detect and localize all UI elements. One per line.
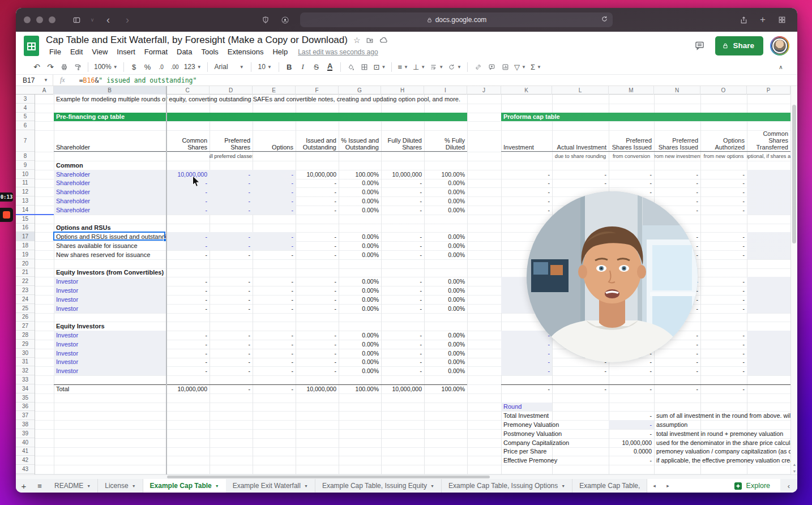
cell-B16[interactable]: Options and RSUs [54, 224, 166, 233]
row-header-37[interactable]: 37 [16, 411, 35, 420]
zoom-select[interactable]: 100%▼ [92, 61, 119, 73]
cell-G7[interactable]: % Issued andOutstanding [339, 130, 381, 152]
cell-F14[interactable]: - [296, 206, 339, 215]
cell-G18[interactable]: 0.00% [339, 241, 381, 250]
cell-K31[interactable]: - [501, 358, 552, 367]
cell-K39[interactable]: Postmoney Valuation [501, 429, 609, 438]
cell-H14[interactable]: - [381, 206, 424, 215]
cell-M38[interactable]: - [609, 420, 654, 429]
cell-N10[interactable]: - [654, 170, 700, 179]
cell-E19[interactable]: - [253, 250, 296, 259]
column-header-G[interactable]: G [339, 86, 381, 95]
cell-O29[interactable]: - [700, 340, 747, 349]
row-header-13[interactable]: 13 [16, 196, 35, 206]
cell-D34[interactable]: - [210, 384, 253, 393]
cell-G31[interactable]: 0.00% [339, 358, 381, 367]
row-header-21[interactable]: 21 [16, 268, 35, 277]
cell-B17[interactable]: Options and RSUs issued and outstanding [54, 232, 166, 241]
cell-N31[interactable]: - [654, 358, 700, 367]
sheet-tab-3[interactable]: Example Exit Waterfall▼ [226, 479, 315, 493]
cell-F23[interactable]: - [296, 286, 339, 295]
row-header-25[interactable]: 25 [16, 304, 35, 313]
sheet-tab-2[interactable]: Example Cap Table▼ [143, 479, 226, 493]
print-button[interactable] [58, 61, 70, 73]
cell-C25[interactable]: - [166, 304, 210, 313]
cell-G11[interactable]: 0.00% [339, 179, 381, 188]
share-upload-icon[interactable] [736, 13, 751, 27]
cell-M34[interactable]: - [609, 384, 654, 393]
column-header-A[interactable]: A [35, 86, 54, 95]
cell-O23[interactable]: - [700, 286, 747, 295]
frozen-column-divider[interactable] [166, 86, 167, 474]
increase-decimals-button[interactable]: .00 [169, 61, 181, 73]
cell-B32[interactable]: Investor [54, 366, 166, 375]
cell-E23[interactable]: - [253, 286, 296, 295]
cell-B25[interactable]: Investor [54, 304, 166, 313]
row-header-43[interactable]: 43 [16, 465, 35, 474]
last-edit-link[interactable]: Last edit was seconds ago [298, 48, 378, 56]
cell-F12[interactable]: - [296, 187, 339, 196]
cell-O8[interactable]: from new options [700, 152, 747, 161]
row-header-6[interactable]: 6 [16, 121, 35, 130]
cell-I28[interactable]: 0.00% [424, 331, 467, 340]
cell-H24[interactable]: - [381, 295, 424, 304]
column-header-F[interactable]: F [296, 86, 339, 95]
cell-K42[interactable]: Effective Premoney [501, 456, 609, 465]
cell-F18[interactable]: - [296, 241, 339, 250]
cell-H19[interactable]: - [381, 250, 424, 259]
cell-K10[interactable]: - [501, 170, 552, 179]
add-sheet-button[interactable]: + [16, 479, 32, 493]
italic-button[interactable]: I [297, 61, 309, 73]
column-header-E[interactable]: E [253, 86, 296, 95]
cell-K38[interactable]: Premoney Valuation [501, 420, 609, 429]
cell-G19[interactable]: 0.00% [339, 250, 381, 259]
sheet-tab-6[interactable]: Example Cap Table, [572, 479, 647, 493]
cell-E17[interactable]: - [253, 232, 296, 241]
cell-D13[interactable]: - [210, 196, 253, 206]
new-tab-icon[interactable]: + [755, 13, 770, 27]
cell-N32[interactable]: - [654, 366, 700, 375]
cell-M42[interactable]: - [609, 456, 654, 465]
cell-D28[interactable]: - [210, 331, 253, 340]
vertical-scrollbar-thumb[interactable] [792, 105, 796, 243]
cell-G24[interactable]: 0.00% [339, 295, 381, 304]
cell-B7[interactable]: Shareholder [54, 130, 166, 152]
row-header-24[interactable]: 24 [16, 295, 35, 304]
row-header-17[interactable]: 17 [16, 232, 35, 241]
menu-edit[interactable]: Edit [67, 47, 86, 57]
cell-F31[interactable]: - [296, 358, 339, 367]
cell-K34[interactable]: - [501, 384, 552, 393]
cell-C12[interactable]: - [166, 187, 210, 196]
cell-D12[interactable]: - [210, 187, 253, 196]
cell-L32[interactable]: - [552, 366, 609, 375]
cell-C14[interactable]: - [166, 206, 210, 215]
cell-I11[interactable]: 0.00% [424, 179, 467, 188]
cell-F7[interactable]: Issued andOutstanding [296, 130, 339, 152]
column-header-L[interactable]: L [552, 86, 609, 95]
cell-O32[interactable]: - [700, 366, 747, 375]
cell-D25[interactable]: - [210, 304, 253, 313]
cell-O7[interactable]: OptionsAuthorized [700, 130, 747, 152]
cell-I25[interactable]: 0.00% [424, 304, 467, 313]
cell-K28[interactable]: - [501, 331, 552, 340]
cell-D11[interactable]: - [210, 179, 253, 188]
horizontal-scrollbar-thumb[interactable] [167, 476, 490, 478]
cell-H17[interactable]: - [381, 232, 424, 241]
cell-E10[interactable]: - [253, 170, 296, 179]
minimize-window-button[interactable] [36, 16, 43, 23]
cell-H22[interactable]: - [381, 277, 424, 286]
row-header-36[interactable]: 36 [16, 403, 35, 412]
cell-H32[interactable]: - [381, 366, 424, 375]
cell-I31[interactable]: 0.00% [424, 358, 467, 367]
cell-M41[interactable]: 0.0000 [609, 447, 654, 456]
merge-cells-button[interactable]: ⊡▼ [372, 61, 388, 73]
cell-P7[interactable]: Common SharesTransferred [747, 130, 790, 152]
cell-F22[interactable]: - [296, 277, 339, 286]
cell-E25[interactable]: - [253, 304, 296, 313]
cell-E30[interactable]: - [253, 349, 296, 358]
cell-B29[interactable]: Investor [54, 340, 166, 349]
cell-E22[interactable]: - [253, 277, 296, 286]
sheet-tab-1[interactable]: License▼ [98, 479, 143, 493]
row-header-42[interactable]: 42 [16, 456, 35, 465]
row-header-22[interactable]: 22 [16, 277, 35, 286]
